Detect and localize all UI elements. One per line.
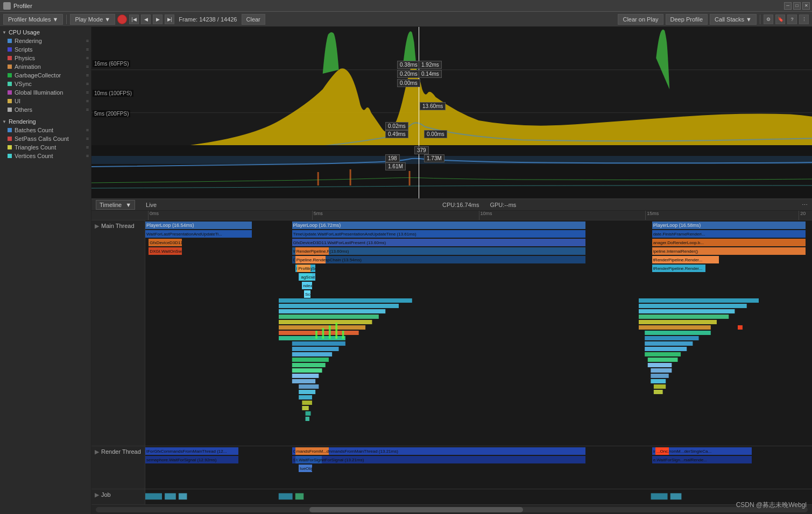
call-stacks-button[interactable]: Call Stacks ▼ xyxy=(710,14,757,25)
setpass-color xyxy=(8,137,12,141)
watermark: CSDN @募志未晚Webgl xyxy=(736,501,807,510)
prev-frame-start-button[interactable]: |◀ xyxy=(129,15,139,24)
profiler-modules-dropdown[interactable]: Profiler Modules ▼ xyxy=(3,14,63,25)
sidebar-section-rendering[interactable]: ▼ Rendering xyxy=(0,116,91,126)
tooltip-13.60ms: 13.60ms xyxy=(420,102,446,110)
sidebar-item-gi[interactable]: Global Illumination ≡ xyxy=(0,88,91,97)
frame-info: Frame: 14238 / 14426 xyxy=(179,16,237,23)
expand-arrow[interactable]: ▶ xyxy=(95,223,99,230)
bookmark-button[interactable]: 🔖 xyxy=(775,15,785,24)
sidebar-item-others[interactable]: Others ≡ xyxy=(0,105,91,114)
menu-icon-2: ≡ xyxy=(86,47,89,52)
profiling-scope-2[interactable]: ProfilingScope.ctor() (2.05... xyxy=(297,265,310,272)
gfxdevice-bar-1[interactable]: GfxDeviceD3D11.WaitForLastPresent (13.4.… xyxy=(149,239,182,246)
semaphore-bar-2[interactable]: Semaphore.WaitForSignal (13.21ms) xyxy=(292,456,585,463)
next-frame-button[interactable]: ▶ xyxy=(153,15,163,24)
chart-label-5ms: 5ms (200FPS) xyxy=(93,110,130,117)
horizontal-scrollbar[interactable] xyxy=(96,507,808,512)
svg-rect-49 xyxy=(648,363,672,367)
more-button[interactable]: ⋮ xyxy=(799,15,809,24)
sidebar-item-batches[interactable]: Batches Count ≡ xyxy=(0,126,91,134)
svg-rect-25 xyxy=(299,384,319,389)
svg-rect-11 xyxy=(279,309,385,313)
render-thread-content[interactable]: tForGfxCommandsFromMainThread (12... Gfx… xyxy=(145,446,812,489)
dxgi-swapchain[interactable]: DXGI.WaitOnSwapChain (13.54ms) xyxy=(292,256,585,263)
orange-bar-r[interactable]: ...Onc... xyxy=(655,447,669,455)
sidebar-item-setpass[interactable]: SetPass Calls Count ≡ xyxy=(0,134,91,143)
waitlast-bar-2[interactable]: TimeUpdate.WaitForLastPresentationAndUpd… xyxy=(292,230,585,238)
mandsfrommain-bar[interactable]: mandsFromM...derSingleCa... xyxy=(295,447,329,455)
render-expand-arrow[interactable]: ▶ xyxy=(95,448,99,455)
timeline-dropdown[interactable]: Timeline ▼ xyxy=(96,200,135,210)
collapse-icon: ▼ xyxy=(2,30,6,35)
flame-chart-right-svg xyxy=(639,298,759,438)
svg-rect-56 xyxy=(145,493,162,499)
gfxdevice-bar-2[interactable]: GfxDeviceD3D11.WaitForLastPresent (13.60… xyxy=(292,239,585,246)
sidebar-item-scripts[interactable]: Scripts ≡ xyxy=(0,45,91,54)
settings-button[interactable]: ⚙ xyxy=(764,15,773,24)
sidebar-item-triangles[interactable]: Triangles Count ≡ xyxy=(0,143,91,152)
expand-icon[interactable]: ⋯ xyxy=(802,202,808,209)
svg-rect-17 xyxy=(292,341,345,346)
waitgfx-bar-1[interactable]: tForGfxCommandsFromMainThread (12... xyxy=(145,447,238,455)
sidebar-item-physics[interactable]: Physics ≡ xyxy=(0,54,91,62)
playerloop-bar-1[interactable]: PlayerLoop (16.54ms) xyxy=(145,222,252,229)
timeline-area[interactable]: 0ms 5ms 10ms 15ms 20 ▶ Main Thread Playe… xyxy=(91,211,812,504)
gc-label: GarbageCollector xyxy=(15,72,61,78)
chart-label-16ms: 16ms (60FPS) xyxy=(93,60,130,67)
record-button[interactable] xyxy=(117,15,127,24)
job-expand-arrow[interactable]: ▶ xyxy=(95,491,99,498)
sidebar-section-cpu[interactable]: ▼ CPU Usage xyxy=(0,27,91,37)
scrollbar-thumb[interactable] xyxy=(309,507,523,512)
sidebar-item-vertices[interactable]: Vertices Count ≡ xyxy=(0,152,91,160)
main-thread-container: ▶ Main Thread PlayerLoop (16.54ms) Playe… xyxy=(91,220,812,446)
svg-rect-48 xyxy=(648,358,678,362)
prev-frame-button[interactable]: ◀ xyxy=(141,15,151,24)
sidebar-item-rendering[interactable]: Rendering ≡ xyxy=(0,37,91,45)
tooltip-0.38ms: 0.38ms xyxy=(397,61,420,69)
menu-icon-7: ≡ xyxy=(86,90,89,95)
iueobject-bar[interactable]: IueObject xyxy=(299,465,312,472)
waitgfx-bar-2[interactable]: Gfx.WaitForGfxCommandsFromMainThread (13… xyxy=(292,447,585,455)
svg-rect-6 xyxy=(317,172,319,185)
play-mode-dropdown[interactable]: Play Mode ▼ xyxy=(70,14,115,25)
waitlast-bar-1[interactable]: WaitForLastPresentationAndUpdateTi... xyxy=(145,230,252,238)
gpu-label: GPU:--ms xyxy=(490,202,516,208)
svg-rect-60 xyxy=(295,493,303,499)
charts-area[interactable]: 16ms (60FPS) 10ms (100FPS) 5ms (200FPS) xyxy=(91,27,812,199)
waitlast-bar-3[interactable]: date.FinishFrameRenderi... xyxy=(652,230,806,238)
help-button[interactable]: ? xyxy=(787,15,797,24)
dxgi-bar-1[interactable]: DXGI.WaitOnSwapChain (13.43ms) xyxy=(149,247,182,255)
setpass-label: SetPass Calls Count xyxy=(15,135,69,142)
sidebar-item-ui[interactable]: UI ≡ xyxy=(0,97,91,105)
waitsignal-render[interactable]: t.WaitForSignersalRende... xyxy=(295,456,322,463)
scope-ctor-2[interactable]: agScope.ctor() (1... xyxy=(300,273,312,281)
renderpipeline-bar[interactable]: RenderPipeline.Render() xyxy=(295,247,329,255)
next-frame-end-button[interactable]: ▶| xyxy=(165,15,174,24)
sidebar-item-vsync[interactable]: VSync ≡ xyxy=(0,80,91,88)
minimize-button[interactable]: ─ xyxy=(784,2,792,10)
scope-ctor[interactable]: Scope_ctor() xyxy=(304,290,310,298)
menu-icon-11: ≡ xyxy=(86,136,89,141)
pipeline-camera-r[interactable]: tRenderPipeline.Render... xyxy=(652,256,719,263)
maximize-button[interactable]: □ xyxy=(793,2,801,10)
playerloop-bar-3[interactable]: PlayerLoop (16.58ms) xyxy=(652,222,806,229)
close-button[interactable]: ✕ xyxy=(802,2,810,10)
batches-color xyxy=(8,128,12,132)
profiling-scope-r[interactable]: tRenderPipeline.Render... xyxy=(652,265,705,272)
pipeline-camera[interactable]: Pipeline.RenderCamera/ xyxy=(295,256,326,263)
playerloop-bar-2[interactable]: PlayerLoop (16.72ms) xyxy=(292,222,585,229)
clear-on-play-button[interactable]: Clear on Play xyxy=(618,14,663,25)
main-thread-content[interactable]: PlayerLoop (16.54ms) PlayerLoop (16.72ms… xyxy=(145,220,812,446)
semaphore-bar-1[interactable]: semaphore.WaitForSignal (12.92ms) xyxy=(145,456,238,463)
renderpipeline-bar-r[interactable]: ipeline.InternalRender() xyxy=(652,247,806,255)
gfxdevice-bar-3[interactable]: anager.DoRenderLoop.b... xyxy=(652,239,806,246)
deep-profile-button[interactable]: Deep Profile xyxy=(666,14,708,25)
clear-button[interactable]: Clear xyxy=(242,14,265,25)
sidebar-item-animation[interactable]: Animation ≡ xyxy=(0,62,91,71)
nderer-exec-2[interactable]: nderer.Exec... xyxy=(302,282,310,289)
sidebar-item-gc[interactable]: GarbageCollector ≡ xyxy=(0,71,91,80)
waitfps-bar[interactable]: WaitForTargetFPS (13.60ms) xyxy=(292,247,585,255)
semaphore-bar-3[interactable]: e.WaitForSign...rsalRende... xyxy=(652,456,752,463)
job-thread-content[interactable] xyxy=(145,489,812,504)
